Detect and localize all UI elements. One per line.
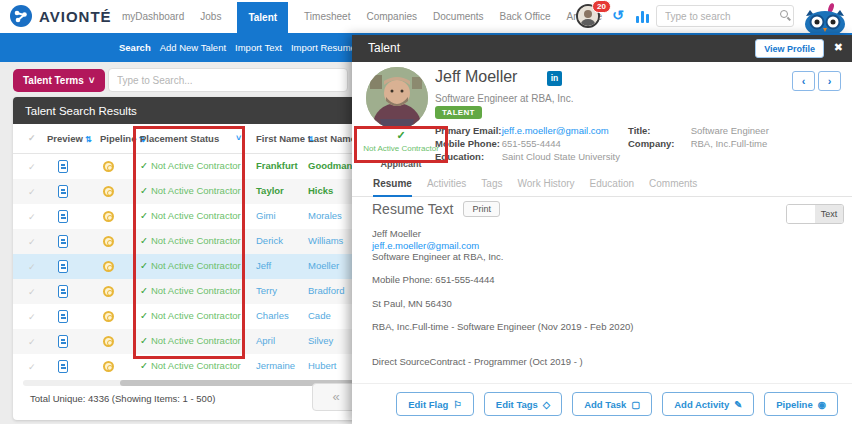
- pipeline-icon[interactable]: [103, 186, 114, 197]
- table-row[interactable]: ✓✓Not Active ContractorAprilSilvey: [13, 329, 359, 354]
- pipeline-icon[interactable]: [103, 336, 114, 347]
- previous-record-button[interactable]: ‹: [792, 71, 815, 91]
- subnav-item-import-resume[interactable]: Import Resume: [291, 42, 356, 53]
- edit-tags-button[interactable]: Edit Tags◇: [484, 392, 562, 416]
- preview-document-icon[interactable]: [58, 335, 68, 348]
- nav-item-companies[interactable]: Companies: [366, 11, 417, 22]
- pipeline-icon[interactable]: [103, 311, 114, 322]
- column-header-first-name[interactable]: First Name⇅: [256, 133, 314, 144]
- tab-education[interactable]: Education: [590, 175, 634, 197]
- row-select-check-icon[interactable]: ✓: [28, 262, 36, 272]
- last-name-cell[interactable]: Hubert: [308, 360, 337, 371]
- last-name-cell[interactable]: Silvey: [308, 335, 333, 346]
- preview-document-icon[interactable]: [58, 185, 68, 198]
- preview-document-icon[interactable]: [58, 285, 68, 298]
- preview-document-icon[interactable]: [58, 235, 68, 248]
- notification-badge[interactable]: 20: [592, 0, 611, 13]
- nav-item-jobs[interactable]: Jobs: [200, 11, 221, 22]
- table-row[interactable]: ✓✓Not Active ContractorJermaineHubert: [13, 354, 359, 379]
- first-name-cell[interactable]: Taylor: [256, 185, 284, 196]
- pipeline-icon[interactable]: [103, 236, 114, 247]
- first-name-cell[interactable]: Frankfurt: [256, 160, 298, 171]
- view-profile-button[interactable]: View Profile: [755, 39, 824, 58]
- table-row[interactable]: ✓✓Not Active ContractorDerickWilliams: [13, 229, 359, 254]
- row-select-check-icon[interactable]: ✓: [28, 212, 36, 222]
- brand-logo[interactable]: AVIONTÉ: [10, 5, 112, 27]
- edit-flag-button[interactable]: Edit Flag⚐: [396, 392, 474, 416]
- column-header-preview[interactable]: Preview⇅: [47, 133, 92, 144]
- first-name-cell[interactable]: Jermaine: [256, 360, 295, 371]
- pipeline-icon[interactable]: [103, 211, 114, 222]
- tab-comments[interactable]: Comments: [649, 175, 697, 197]
- first-name-cell[interactable]: Gimi: [256, 210, 276, 221]
- last-name-cell[interactable]: Williams: [308, 235, 343, 246]
- last-name-cell[interactable]: Hicks: [308, 185, 333, 196]
- preview-document-icon[interactable]: [58, 260, 68, 273]
- column-header-placement-status[interactable]: Placement Status: [140, 133, 219, 144]
- talent-terms-button[interactable]: Talent Terms ˅: [13, 69, 105, 92]
- status-text: Not Active Contractor: [151, 310, 241, 321]
- last-name-cell[interactable]: Bradford: [308, 285, 344, 296]
- pipeline-icon[interactable]: [103, 161, 114, 172]
- pipeline-icon[interactable]: [103, 361, 114, 372]
- pipeline-icon[interactable]: [103, 286, 114, 297]
- subnav-item-search[interactable]: Search: [119, 42, 151, 53]
- first-name-cell[interactable]: Terry: [256, 285, 277, 296]
- nav-item-talent[interactable]: Talent: [237, 2, 288, 33]
- table-row[interactable]: ✓✓Not Active ContractorJeffMoeller: [13, 254, 359, 279]
- preview-document-icon[interactable]: [58, 360, 68, 373]
- tab-tags[interactable]: Tags: [481, 175, 502, 197]
- close-icon[interactable]: ✖: [834, 41, 843, 54]
- first-name-cell[interactable]: April: [256, 335, 275, 346]
- linkedin-icon[interactable]: in: [547, 71, 562, 86]
- table-row[interactable]: ✓✓Not Active ContractorTerryBradford: [13, 279, 359, 304]
- tab-activities[interactable]: Activities: [427, 175, 466, 197]
- next-record-button[interactable]: ›: [818, 71, 841, 91]
- table-row[interactable]: ✓✓Not Active ContractorCharlesCade: [13, 304, 359, 329]
- row-select-check-icon[interactable]: ✓: [28, 237, 36, 247]
- row-select-check-icon[interactable]: ✓: [28, 337, 36, 347]
- pipeline-button[interactable]: Pipeline◉: [764, 392, 838, 416]
- subnav-item-import-text[interactable]: Import Text: [235, 42, 282, 53]
- nav-item-documents[interactable]: Documents: [433, 11, 484, 22]
- pipeline-icon[interactable]: [103, 261, 114, 272]
- column-label: Preview: [47, 133, 83, 144]
- first-name-cell[interactable]: Charles: [256, 310, 289, 321]
- add-activity-button[interactable]: Add Activity✎: [662, 392, 754, 416]
- tab-work-history[interactable]: Work History: [517, 175, 574, 197]
- talent-search-input[interactable]: [108, 68, 348, 92]
- email-link[interactable]: jeff.e.moeller@gmail.com: [502, 125, 609, 136]
- preview-document-icon[interactable]: [58, 310, 68, 323]
- nav-item-back-office[interactable]: Back Office: [500, 11, 551, 22]
- add-task-button[interactable]: Add Task▢: [572, 392, 652, 416]
- table-row[interactable]: ✓✓Not Active ContractorFrankfurtGoodman: [13, 154, 359, 179]
- table-row[interactable]: ✓✓Not Active ContractorTaylorHicks: [13, 179, 359, 204]
- preview-document-icon[interactable]: [58, 210, 68, 223]
- analytics-chart-icon[interactable]: [636, 11, 649, 23]
- first-name-cell[interactable]: Jeff: [256, 260, 271, 271]
- row-select-check-icon[interactable]: ✓: [28, 362, 36, 372]
- row-select-check-icon[interactable]: ✓: [28, 187, 36, 197]
- row-select-check-icon[interactable]: ✓: [28, 312, 36, 322]
- column-header-pipeline[interactable]: Pipeline⇅: [100, 133, 145, 144]
- first-name-cell[interactable]: Derick: [256, 235, 283, 246]
- table-row[interactable]: ✓✓Not Active ContractorGimiMorales: [13, 204, 359, 229]
- last-name-cell[interactable]: Cade: [308, 310, 331, 321]
- activity-icon: ✎: [734, 399, 742, 410]
- last-name-cell[interactable]: Moeller: [308, 260, 339, 271]
- dropdown-chevron-icon[interactable]: ˅: [236, 133, 241, 143]
- row-select-check-icon[interactable]: ✓: [28, 162, 36, 172]
- row-select-check-icon[interactable]: ✓: [28, 287, 36, 297]
- nav-item-timesheet[interactable]: Timesheet: [304, 11, 350, 22]
- resume-view-toggle[interactable]: Text: [786, 204, 844, 224]
- last-name-cell[interactable]: Goodman: [308, 160, 352, 171]
- preview-document-icon[interactable]: [58, 160, 68, 173]
- global-search-input[interactable]: [656, 5, 794, 27]
- refresh-icon[interactable]: ↺: [612, 7, 624, 23]
- nav-item-mydashboard[interactable]: myDashboard: [122, 11, 184, 22]
- tab-resume[interactable]: Resume: [373, 175, 412, 197]
- last-name-cell[interactable]: Morales: [308, 210, 342, 221]
- print-button[interactable]: Print: [463, 201, 500, 217]
- select-all-check-icon[interactable]: ✓: [28, 133, 36, 143]
- subnav-item-add-new-talent[interactable]: Add New Talent: [160, 42, 226, 53]
